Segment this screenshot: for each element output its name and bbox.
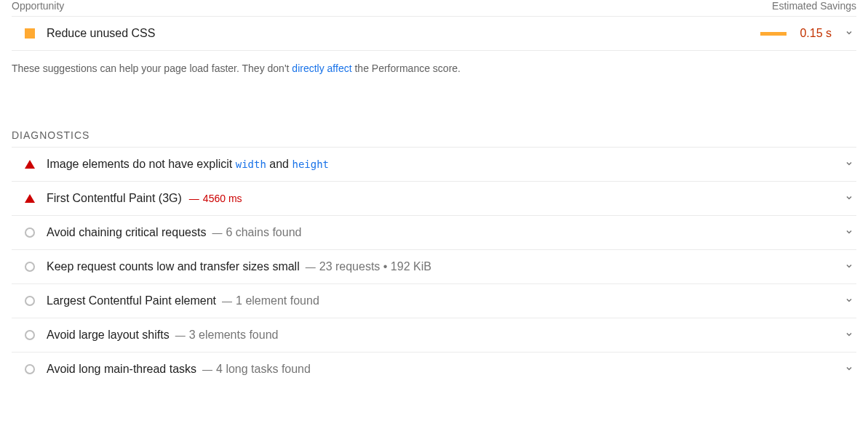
diagnostic-title: Avoid large layout shifts (47, 329, 170, 342)
chevron-down-icon (845, 193, 853, 204)
diagnostic-detail: 23 requests • 192 KiB (319, 260, 431, 273)
circle-info-icon (25, 227, 35, 238)
opportunity-savings: 0.15 s (795, 27, 832, 40)
diagnostic-detail: 4 long tasks found (216, 363, 311, 376)
square-warning-icon (25, 28, 35, 39)
code-height: height (292, 158, 329, 170)
circle-info-icon (25, 364, 35, 374)
diagnostic-row[interactable]: Avoid chaining critical requests — 6 cha… (12, 215, 856, 249)
diagnostic-value: 4560 ms (203, 193, 242, 204)
dash-separator: — (175, 329, 186, 341)
diagnostic-title: Avoid chaining critical requests (47, 226, 206, 239)
diagnostic-row[interactable]: Avoid large layout shifts — 3 elements f… (12, 318, 856, 352)
diagnostic-title: Keep request counts low and transfer siz… (47, 260, 300, 273)
triangle-fail-icon (25, 194, 35, 203)
description-link[interactable]: directly affect (292, 63, 351, 74)
diagnostic-detail: 1 element found (236, 294, 319, 307)
chevron-down-icon (845, 227, 853, 238)
triangle-fail-icon (25, 160, 35, 169)
savings-bar-icon (760, 32, 787, 36)
chevron-down-icon (845, 262, 853, 273)
diagnostic-row[interactable]: Image elements do not have explicit widt… (12, 147, 856, 181)
diagnostic-row[interactable]: Avoid long main-thread tasks — 4 long ta… (12, 352, 856, 386)
diagnostic-row[interactable]: First Contentful Paint (3G) — 4560 ms (12, 181, 856, 215)
opportunities-header: Opportunity Estimated Savings (12, 0, 856, 17)
diagnostics-heading: DIAGNOSTICS (12, 94, 856, 147)
dash-separator: — (189, 193, 199, 204)
diagnostic-title: First Contentful Paint (3G) (47, 192, 182, 205)
opportunity-title: Reduce unused CSS (47, 27, 760, 40)
code-width: width (236, 158, 266, 170)
opportunity-row[interactable]: Reduce unused CSS 0.15 s (12, 17, 856, 51)
circle-info-icon (25, 296, 35, 306)
chevron-down-icon (845, 28, 853, 39)
diagnostic-detail: 3 elements found (189, 329, 279, 342)
opportunities-description: These suggestions can help your page loa… (12, 51, 856, 94)
diagnostic-detail: 6 chains found (226, 226, 301, 239)
circle-info-icon (25, 330, 35, 340)
diagnostic-title: Largest Contentful Paint element (47, 294, 216, 307)
dash-separator: — (306, 261, 316, 273)
estimated-savings-label: Estimated Savings (772, 0, 856, 12)
dash-separator: — (212, 227, 222, 238)
diagnostic-row[interactable]: Largest Contentful Paint element — 1 ele… (12, 283, 856, 318)
diagnostic-title: Avoid long main-thread tasks (47, 363, 196, 376)
chevron-down-icon (845, 296, 853, 307)
diagnostic-title: Image elements do not have explicit widt… (47, 158, 329, 171)
chevron-down-icon (845, 364, 853, 375)
diagnostic-row[interactable]: Keep request counts low and transfer siz… (12, 249, 856, 283)
opportunity-label: Opportunity (12, 0, 64, 12)
chevron-down-icon (845, 159, 853, 170)
circle-info-icon (25, 262, 35, 272)
dash-separator: — (222, 295, 232, 307)
dash-separator: — (202, 363, 212, 375)
chevron-down-icon (845, 330, 853, 341)
